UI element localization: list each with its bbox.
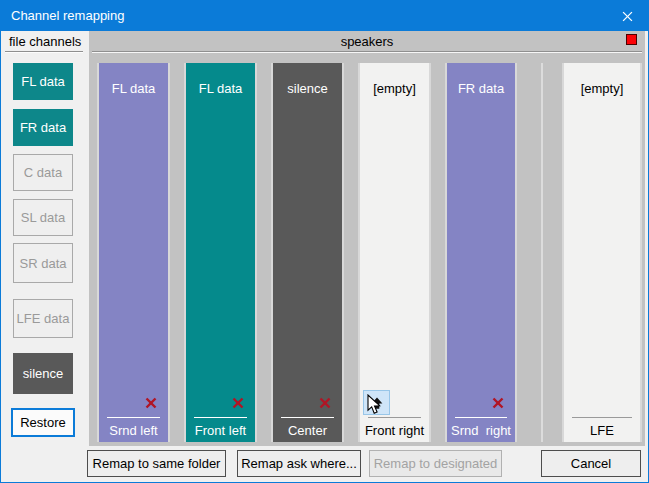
column-content-label: [empty] bbox=[564, 81, 640, 96]
column-content-label: FL data bbox=[99, 81, 168, 96]
close-icon bbox=[622, 11, 633, 22]
remove-x-icon[interactable] bbox=[145, 397, 157, 409]
channel-button-fl-data[interactable]: FL data bbox=[13, 63, 73, 100]
speaker-name-label: Front right bbox=[360, 423, 429, 438]
speakers-header: speakers bbox=[89, 34, 645, 49]
channel-button-silence[interactable]: silence bbox=[13, 353, 73, 394]
sidebar-separator bbox=[5, 51, 83, 52]
speaker-column-lfe[interactable]: [empty] LFE bbox=[562, 63, 642, 442]
lfe-divider bbox=[541, 63, 543, 442]
sidebar-header: file channels bbox=[9, 34, 81, 49]
column-separator-line bbox=[455, 417, 507, 418]
speaker-column-center[interactable]: silence Center bbox=[271, 63, 344, 442]
close-button[interactable] bbox=[606, 1, 648, 31]
restore-button[interactable]: Restore bbox=[11, 408, 75, 437]
column-content-label: silence bbox=[273, 81, 342, 96]
remove-x-icon[interactable] bbox=[319, 397, 331, 409]
speaker-name-label: Srnd left bbox=[99, 423, 168, 438]
column-separator-line bbox=[572, 417, 632, 418]
column-content-label: FL data bbox=[186, 81, 255, 96]
channel-button-sr-data: SR data bbox=[13, 243, 73, 283]
channel-button-sl-data: SL data bbox=[13, 199, 73, 236]
channel-button-lfe-data: LFE data bbox=[13, 299, 73, 338]
remap-designated-button: Remap to designated bbox=[369, 450, 502, 477]
column-separator-line bbox=[281, 417, 334, 418]
column-separator-line bbox=[107, 417, 160, 418]
speaker-name-label: Front left bbox=[186, 423, 255, 438]
column-separator-line bbox=[194, 417, 247, 418]
remove-x-icon[interactable] bbox=[232, 397, 244, 409]
column-content-label: FR data bbox=[447, 81, 515, 96]
column-separator-line bbox=[368, 417, 421, 418]
speaker-column-srnd-left[interactable]: FL data Srnd left bbox=[97, 63, 170, 442]
speakers-panel: speakers FL data Srnd left FL data bbox=[89, 31, 645, 446]
remap-same-folder-button[interactable]: Remap to same folder bbox=[87, 450, 226, 477]
speaker-column-srnd-right[interactable]: FR data Srnd right bbox=[445, 63, 517, 442]
window-title: Channel remapping bbox=[11, 1, 124, 31]
move-up-button[interactable] bbox=[363, 390, 390, 415]
cancel-button[interactable]: Cancel bbox=[541, 450, 641, 477]
channel-button-c-data: C data bbox=[13, 154, 73, 191]
speaker-name-label: Center bbox=[273, 423, 342, 438]
speakers-separator bbox=[92, 51, 642, 52]
remap-ask-where-button[interactable]: Remap ask where... bbox=[237, 450, 361, 477]
red-square-icon bbox=[626, 34, 637, 45]
channel-button-fr-data[interactable]: FR data bbox=[13, 109, 73, 146]
speaker-name-label: Srnd right bbox=[447, 423, 515, 438]
up-arrow-icon bbox=[369, 395, 385, 411]
titlebar[interactable]: Channel remapping bbox=[1, 1, 648, 31]
remove-x-icon[interactable] bbox=[492, 397, 504, 409]
speaker-column-front-left[interactable]: FL data Front left bbox=[184, 63, 257, 442]
column-content-label: [empty] bbox=[360, 81, 429, 96]
speaker-column-front-right[interactable]: [empty] Front right bbox=[358, 63, 431, 442]
speaker-name-label: LFE bbox=[564, 423, 640, 438]
channel-remapping-dialog: Channel remapping file channels FL data … bbox=[0, 0, 649, 483]
